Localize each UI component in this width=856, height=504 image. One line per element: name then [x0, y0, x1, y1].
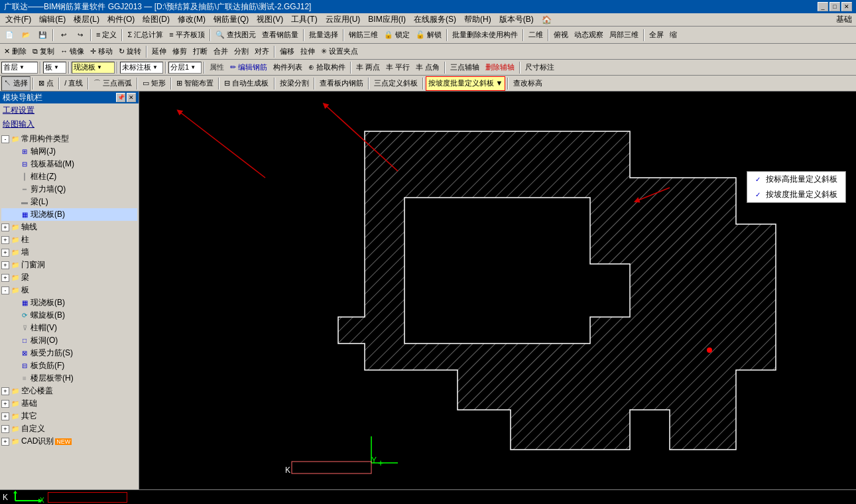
menu-file[interactable]: 文件(F) — [1, 13, 35, 27]
tb-batch-delete[interactable]: 批量删除未使用构件 — [450, 28, 520, 42]
tree-item-beam-group[interactable]: + 📁 梁 — [1, 271, 137, 284]
menu-edit[interactable]: 编辑(E) — [35, 13, 70, 27]
tb-fullscreen[interactable]: 全屏 — [646, 28, 666, 42]
tb-rect[interactable]: ▭ 矩形 — [140, 76, 168, 91]
toggle-common[interactable]: - — [1, 135, 9, 143]
tb-rotate[interactable]: ↻ 旋转 — [116, 44, 144, 59]
tree-item-neg-rebar[interactable]: ⊟ 板负筋(F) — [1, 359, 137, 372]
tb-define[interactable]: ≡ 定义 — [93, 28, 119, 42]
tb-dynamic-view[interactable]: 动态观察 — [572, 28, 606, 42]
tree-item-axis[interactable]: + 📁 轴线 — [1, 221, 137, 233]
tb-check-height[interactable]: 查改标高 — [511, 76, 545, 91]
menu-tools[interactable]: 工具(T) — [287, 13, 321, 27]
tb-batch-select[interactable]: 批量选择 — [306, 28, 341, 42]
tree-item-hollow[interactable]: + 📁 空心楼盖 — [1, 385, 137, 397]
tb-split[interactable]: 分割 — [231, 44, 251, 59]
tb-summary[interactable]: Σ 汇总计算 — [125, 28, 166, 42]
tb-auto-gen-slab[interactable]: ⊟ 自动生成板 — [221, 76, 271, 91]
view-select[interactable]: 现浇板▼ — [72, 62, 115, 74]
tb-rebar-3d[interactable]: 钢筋三维 — [346, 28, 381, 42]
toggle-opening[interactable]: + — [1, 261, 9, 269]
tb-local-3d[interactable]: 局部三维 — [607, 28, 641, 42]
tb-redo[interactable]: ↪ — [72, 28, 88, 42]
tree-item-wall[interactable]: ━ 剪力墙(Q) — [1, 183, 137, 196]
tree-item-foundation[interactable]: + 📁 基础 — [1, 397, 137, 410]
tb-point-angle[interactable]: 丰 点角 — [413, 60, 442, 75]
menu-component[interactable]: 构件(O) — [103, 13, 139, 27]
tb-trim[interactable]: 修剪 — [170, 44, 190, 59]
menu-bim[interactable]: BIM应用(I) — [364, 13, 410, 27]
panel-close-btn[interactable]: ✕ — [127, 93, 136, 102]
tb-save[interactable]: 💾 — [34, 28, 50, 42]
tb-pick-component[interactable]: ⊕ 拾取构件 — [306, 60, 348, 75]
canvas-area[interactable]: + Y K ✓ 按标高批量定义斜板 ✓ 按坡度批量定义斜板 — [139, 92, 856, 489]
tb-break[interactable]: 打断 — [190, 44, 210, 59]
tb-copy[interactable]: ⧉ 复制 — [30, 44, 57, 59]
menu-view[interactable]: 视图(V) — [253, 13, 287, 27]
tree-item-col[interactable]: ┃ 框柱(Z) — [1, 170, 137, 183]
menu-floor[interactable]: 楼层(L) — [70, 13, 103, 27]
menu-cloud[interactable]: 云应用(U) — [322, 13, 365, 27]
tree-item-wall-group[interactable]: + 📁 墙 — [1, 246, 137, 259]
tree-item-opening[interactable]: + 📁 门窗洞 — [1, 259, 137, 271]
toggle-wall[interactable]: + — [1, 249, 9, 257]
tree-item-column[interactable]: + 📁 柱 — [1, 233, 137, 246]
dropdown-item-height[interactable]: ✓ 按标高批量定义斜板 — [747, 172, 845, 187]
tb-open[interactable]: 📂 — [18, 28, 34, 42]
tree-item-hole[interactable]: □ 板洞(O) — [1, 334, 137, 347]
tree-item-cast-slab[interactable]: ▦ 现浇板(B) — [1, 296, 137, 309]
notation-select[interactable]: 未标注板▼ — [120, 62, 163, 74]
tb-offset[interactable]: 偏移 — [277, 44, 297, 59]
tb-align-top[interactable]: ≡ 平齐板顶 — [166, 28, 207, 42]
toggle-beam[interactable]: + — [1, 274, 9, 282]
panel-pin-btn[interactable]: 📌 — [116, 93, 125, 102]
toggle-column[interactable]: + — [1, 236, 9, 244]
tb-lock[interactable]: 🔒 锁定 — [381, 28, 412, 42]
tb-batch-slope[interactable]: 按坡度批量定义斜板 ▼ — [426, 76, 506, 91]
tb-delete[interactable]: ✕ 删除 — [1, 44, 29, 59]
tree-item-spiral-slab[interactable]: ⟳ 螺旋板(B) — [1, 309, 137, 322]
close-button[interactable]: ✕ — [841, 2, 852, 11]
tree-item-floor-band[interactable]: ≡ 楼层板带(H) — [1, 372, 137, 385]
component-select[interactable]: 板▼ — [43, 62, 66, 74]
tree-item-raft[interactable]: ⊟ 筏板基础(M) — [1, 158, 137, 170]
menu-draw[interactable]: 绘图(D) — [139, 13, 174, 27]
layer-select[interactable]: 分层1▼ — [168, 62, 202, 74]
menu-help[interactable]: 帮助(H) — [460, 13, 495, 27]
minimize-button[interactable]: _ — [818, 2, 828, 11]
tree-item-cad[interactable]: + 📁 CAD识别 NEW — [1, 435, 137, 448]
tb-zoom[interactable]: 缩 — [667, 28, 680, 42]
tb-view-slab-rebar[interactable]: 查看板内钢筋 — [317, 76, 366, 91]
tree-item-stress-rebar[interactable]: ⊠ 板受力筋(S) — [1, 347, 137, 359]
tb-merge[interactable]: 合并 — [211, 44, 231, 59]
tree-item-common[interactable]: - 📁 常用构件类型 — [1, 133, 137, 145]
tree-item-axis-net[interactable]: ⊞ 轴网(J) — [1, 145, 137, 158]
tree-item-cap[interactable]: ⊽ 柱帽(V) — [1, 322, 137, 334]
tb-3pt-arc[interactable]: ⌒ 三点画弧 — [91, 76, 135, 91]
tb-point[interactable]: ⊠ 点 — [36, 76, 56, 91]
toggle-cad[interactable]: + — [1, 438, 9, 446]
dropdown-item-slope[interactable]: ✓ 按坡度批量定义斜板 — [747, 187, 845, 202]
tree-item-slab-common[interactable]: ▦ 现浇板(B) — [1, 208, 137, 221]
tb-line[interactable]: / 直线 — [62, 76, 86, 91]
toggle-custom[interactable]: + — [1, 425, 9, 433]
tb-parallel[interactable]: 丰 平行 — [383, 60, 412, 75]
tb-mirror[interactable]: ↔ 镜像 — [58, 44, 87, 59]
tb-2d[interactable]: 二维 — [526, 28, 546, 42]
menu-modify[interactable]: 修改(M) — [174, 13, 210, 27]
tb-split-by-beam[interactable]: 按梁分割 — [277, 76, 312, 91]
tb-find-element[interactable]: 🔍 查找图元 — [213, 28, 259, 42]
tb-smart-layout[interactable]: ⊞ 智能布置 — [174, 76, 216, 91]
tree-item-slab-group[interactable]: - 📁 板 — [1, 284, 137, 296]
menu-version[interactable]: 版本号(B) — [495, 13, 538, 27]
tb-stretch[interactable]: 拉伸 — [298, 44, 318, 59]
tb-set-grip[interactable]: ✳ 设置夹点 — [318, 44, 361, 59]
draw-input-link[interactable]: 绘图输入 — [3, 119, 34, 129]
menu-online[interactable]: 在线服务(S) — [410, 13, 460, 27]
tree-item-custom[interactable]: + 📁 自定义 — [1, 422, 137, 435]
toggle-axis[interactable]: + — [1, 223, 9, 231]
tree-item-beam[interactable]: ▬ 梁(L) — [1, 196, 137, 208]
floor-select[interactable]: 首层▼ — [1, 62, 38, 74]
tb-dim-note[interactable]: 尺寸标注 — [522, 60, 557, 75]
tb-3pt-axis[interactable]: 三点辅轴 — [448, 60, 482, 75]
